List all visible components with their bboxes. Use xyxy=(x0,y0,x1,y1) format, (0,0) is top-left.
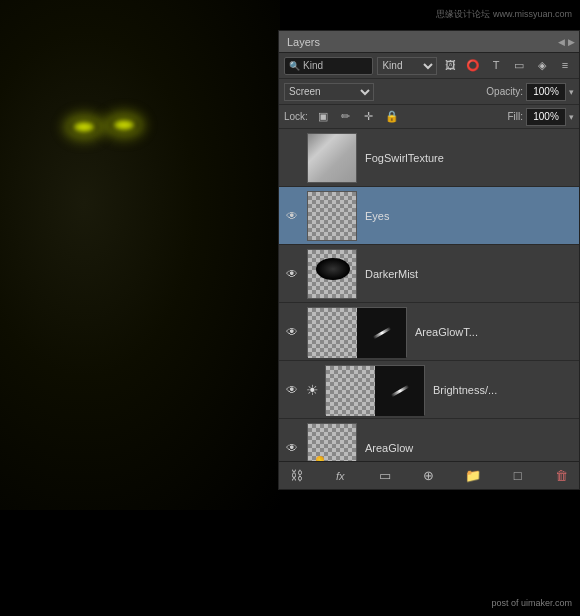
panel-header: Layers ◀ ▶ xyxy=(279,31,579,53)
shape-icon[interactable]: ▭ xyxy=(510,59,528,72)
new-group-icon[interactable]: 📁 xyxy=(462,468,484,483)
cat-eye-right xyxy=(110,118,138,132)
layer-thumbnail xyxy=(307,423,357,462)
layer-item[interactable]: 👁 AreaGlow xyxy=(279,419,579,461)
layer-name: Eyes xyxy=(361,210,577,222)
lock-all-icon[interactable]: 🔒 xyxy=(383,110,401,123)
layer-thumb-mask xyxy=(375,366,424,416)
visibility-toggle[interactable]: 👁 xyxy=(281,245,303,303)
layer-name: FogSwirlTexture xyxy=(361,152,577,164)
layer-name: DarkerMist xyxy=(361,268,577,280)
eye-icon: 👁 xyxy=(286,209,298,223)
delete-layer-icon[interactable]: 🗑 xyxy=(551,468,573,483)
type-icon[interactable]: T xyxy=(487,59,505,72)
search-icon: 🔍 xyxy=(289,61,300,71)
layer-item[interactable]: FogSwirlTexture xyxy=(279,129,579,187)
visibility-toggle[interactable]: 👁 xyxy=(281,361,303,419)
opacity-control: Opacity: ▾ xyxy=(486,83,574,101)
layer-item[interactable]: 👁 Eyes xyxy=(279,187,579,245)
visibility-toggle[interactable]: 👁 xyxy=(281,187,303,245)
visibility-toggle[interactable]: 👁 xyxy=(281,303,303,361)
visibility-toggle[interactable]: 👁 xyxy=(281,419,303,462)
fill-control: Fill: ▾ xyxy=(507,108,574,126)
kind-dropdown[interactable]: Kind xyxy=(377,57,437,75)
layer-name: Brightness/... xyxy=(429,384,577,396)
panel-title: Layers xyxy=(287,36,320,48)
layer-thumbnail-pair xyxy=(325,365,425,415)
visibility-toggle[interactable] xyxy=(281,129,303,187)
adjustment-icon-sun: ☀ xyxy=(303,382,321,398)
layer-thumbnail xyxy=(307,191,357,241)
background-photo xyxy=(0,0,280,510)
fx-icon[interactable]: fx xyxy=(329,470,351,482)
add-mask-icon[interactable]: ▭ xyxy=(374,468,396,483)
opacity-label: Opacity: xyxy=(486,86,523,97)
lock-icons-group: ▣ ✏ ✛ 🔒 xyxy=(314,110,401,123)
post-label: post of uimaker.com xyxy=(491,598,572,608)
layer-type-icons: 🖼 ⭕ T ▭ ◈ ≡ xyxy=(441,59,574,72)
fill-input[interactable] xyxy=(526,108,566,126)
blend-mode-dropdown[interactable]: Screen Normal Multiply xyxy=(284,83,374,101)
layers-panel: Layers ◀ ▶ 🔍 Kind Kind 🖼 ⭕ T ▭ ◈ ≡ Scree… xyxy=(278,30,580,490)
layers-list: FogSwirlTexture 👁 Eyes 👁 DarkerMist xyxy=(279,129,579,461)
layer-item[interactable]: 👁 DarkerMist xyxy=(279,245,579,303)
eye-icon: 👁 xyxy=(286,441,298,455)
fill-label: Fill: xyxy=(507,111,523,122)
kind-label: Kind xyxy=(303,60,323,71)
pixel-icon[interactable]: 🖼 xyxy=(441,59,459,72)
layer-item[interactable]: 👁 AreaGlowT... xyxy=(279,303,579,361)
new-fill-icon[interactable]: ⊕ xyxy=(418,468,440,483)
lock-label: Lock: xyxy=(284,111,308,122)
lock-image-icon[interactable]: ✏ xyxy=(337,110,355,123)
panel-collapse-arrows[interactable]: ◀ ▶ xyxy=(558,37,575,47)
layer-thumbnail xyxy=(307,133,357,183)
eye-icon: 👁 xyxy=(286,267,298,281)
layer-item[interactable]: 👁 ☀ Brightness/... xyxy=(279,361,579,419)
blend-opacity-row: Screen Normal Multiply Opacity: ▾ xyxy=(279,79,579,105)
layer-thumb-main xyxy=(326,366,375,416)
link-icon[interactable]: ⛓ xyxy=(285,468,307,483)
layers-bottom-toolbar: ⛓ fx ▭ ⊕ 📁 □ 🗑 xyxy=(279,461,579,489)
layer-thumb-mask xyxy=(357,308,406,358)
smart-icon[interactable]: ◈ xyxy=(533,59,551,72)
watermark-text: 思缘设计论坛 www.missyuan.com xyxy=(436,8,572,21)
cat-eye-left xyxy=(70,120,98,134)
lock-position-icon[interactable]: ✛ xyxy=(360,110,378,123)
layer-filter-row: 🔍 Kind Kind 🖼 ⭕ T ▭ ◈ ≡ xyxy=(279,53,579,79)
eye-icon: 👁 xyxy=(286,383,298,397)
eye-icon: 👁 xyxy=(286,325,298,339)
layer-thumb-main xyxy=(308,308,357,358)
opacity-arrow[interactable]: ▾ xyxy=(569,87,574,97)
lock-fill-row: Lock: ▣ ✏ ✛ 🔒 Fill: ▾ xyxy=(279,105,579,129)
layer-thumbnail-pair xyxy=(307,307,407,357)
more-icon[interactable]: ≡ xyxy=(556,59,574,72)
opacity-input[interactable] xyxy=(526,83,566,101)
layer-name: AreaGlow xyxy=(361,442,577,454)
layer-search-box[interactable]: 🔍 Kind xyxy=(284,57,373,75)
lock-transparent-icon[interactable]: ▣ xyxy=(314,110,332,123)
layer-thumbnail xyxy=(307,249,357,299)
fill-arrow[interactable]: ▾ xyxy=(569,112,574,122)
adjustment-icon[interactable]: ⭕ xyxy=(464,59,482,72)
layer-name: AreaGlowT... xyxy=(411,326,577,338)
new-layer-icon[interactable]: □ xyxy=(507,468,529,483)
